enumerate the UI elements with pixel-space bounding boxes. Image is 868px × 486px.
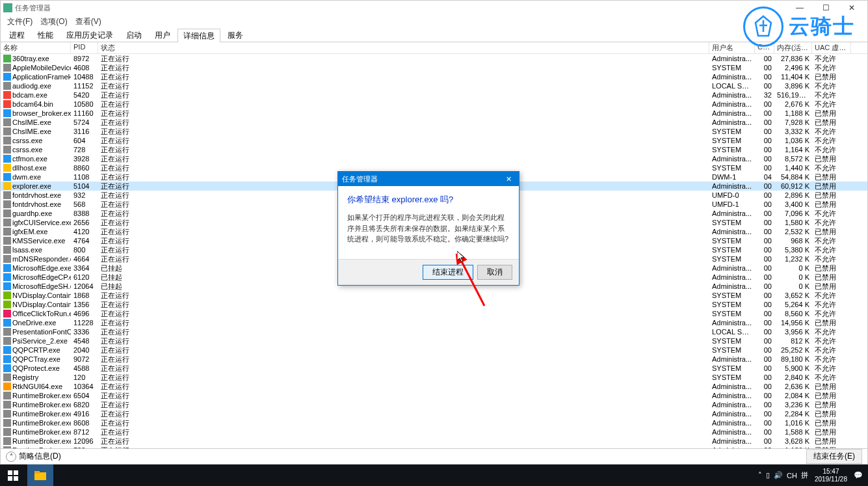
table-row[interactable]: QQProtect.exe4588正在运行SYSTEM005,900 K不允许 (1, 364, 867, 373)
dialog-confirm-button[interactable]: 结束进程 (423, 265, 473, 280)
end-task-button[interactable]: 结束任务(E) (806, 449, 862, 464)
table-row[interactable]: browser_broker.exe11160正在运行Administra...… (1, 109, 867, 118)
chevron-up-icon: ˄ (6, 452, 16, 462)
table-row[interactable]: Registry120正在运行SYSTEM002,840 K不允许 (1, 373, 867, 382)
table-row[interactable]: ChsIME.exe3116正在运行SYSTEM003,332 K不允许 (1, 127, 867, 136)
svg-rect-4 (14, 476, 18, 481)
table-row[interactable]: RtkNGUI64.exe10364正在运行Administra...002,6… (1, 382, 867, 391)
menu-file[interactable]: 文件(F) (3, 15, 36, 28)
tab-1[interactable]: 性能 (32, 28, 59, 42)
table-row[interactable]: RuntimeBroker.exe12096正在运行Administra...0… (1, 437, 867, 446)
tab-2[interactable]: 应用历史记录 (60, 28, 119, 42)
table-row[interactable]: PsiService_2.exe4548正在运行SYSTEM00812 K不允许 (1, 336, 867, 345)
window-title: 任务管理器 (15, 3, 51, 13)
tab-6[interactable]: 服务 (222, 28, 249, 42)
table-row[interactable]: OneDrive.exe11228正在运行Administra...0014,9… (1, 318, 867, 327)
table-header: 名称 PID 状态 用户名 CPU 内存(活动的)... UAC 虚拟化 (1, 42, 867, 54)
statusbar: ˄ 简略信息(D) 结束任务(E) (1, 448, 867, 464)
system-tray: ˄ ▯ 🔊 CH 拼 15:47 2019/11/28 💬 (753, 468, 868, 483)
table-row[interactable]: csrss.exe604正在运行SYSTEM001,036 K不允许 (1, 136, 867, 145)
logo-icon (743, 7, 783, 47)
menu-view[interactable]: 查看(V) (72, 15, 105, 28)
table-row[interactable]: csrss.exe728正在运行SYSTEM001,164 K不允许 (1, 145, 867, 154)
table-row[interactable]: RuntimeBroker.exe6820正在运行Administra...00… (1, 400, 867, 409)
table-row[interactable]: PresentationFontCa...3336正在运行LOCAL SER..… (1, 327, 867, 336)
svg-rect-6 (34, 471, 40, 474)
table-row[interactable]: bdcam.exe5420正在运行Administra...32516,196 … (1, 90, 867, 100)
tray-chevron-icon[interactable]: ˄ (758, 471, 762, 479)
dialog-heading: 你希望结束 explorer.exe 吗? (347, 194, 510, 206)
table-row[interactable]: RuntimeBroker.exe8608正在运行Administra...00… (1, 418, 867, 427)
table-row[interactable]: bdcam64.bin10580正在运行Administra...002,676… (1, 100, 867, 109)
menu-options[interactable]: 选项(O) (36, 15, 71, 28)
tray-notifications-icon[interactable]: 💬 (854, 471, 863, 479)
table-row[interactable]: NVDisplay.Containe...1868正在运行SYSTEM003,6… (1, 291, 867, 300)
table-row[interactable]: 360tray.exe8972正在运行Administra...0027,836… (1, 54, 867, 63)
table-row[interactable]: NVDisplay.Containe...1356正在运行SYSTEM005,2… (1, 300, 867, 309)
table-row[interactable]: AppleMobileDevice...4608正在运行SYSTEM002,49… (1, 63, 867, 72)
tray-network-icon[interactable]: ▯ (766, 471, 770, 479)
dialog-title: 任务管理器 (342, 174, 378, 184)
tab-0[interactable]: 进程 (3, 28, 31, 42)
table-row[interactable]: ChsIME.exe5724正在运行Administra...007,928 K… (1, 118, 867, 127)
table-row[interactable]: ApplicationFrameH...10488正在运行Administra.… (1, 72, 867, 81)
table-row[interactable]: RuntimeBroker.exe8712正在运行Administra...00… (1, 427, 867, 437)
table-row[interactable]: OfficeClickToRun.exe4696正在运行SYSTEM008,56… (1, 309, 867, 318)
svg-rect-1 (8, 470, 12, 475)
taskbar[interactable]: ˄ ▯ 🔊 CH 拼 15:47 2019/11/28 💬 (0, 465, 868, 486)
tab-3[interactable]: 启动 (120, 28, 148, 42)
table-row[interactable]: QQPCTray.exe9072正在运行Administra...0089,18… (1, 355, 867, 364)
watermark-logo: 云骑士 (743, 7, 855, 47)
table-row[interactable]: ctfmon.exe3928正在运行Administra...008,572 K… (1, 154, 867, 163)
table-row[interactable]: RuntimeBroker.exe6504正在运行Administra...00… (1, 391, 867, 400)
tray-ime[interactable]: CH (787, 472, 797, 479)
col-header-name[interactable]: 名称 (1, 42, 71, 53)
fewer-details-button[interactable]: ˄ 简略信息(D) (6, 451, 61, 462)
tray-ime2[interactable]: 拼 (801, 470, 808, 480)
table-row[interactable]: QQPCRTP.exe2040正在运行SYSTEM0025,252 K不允许 (1, 345, 867, 355)
menubar: 文件(F) 选项(O) 查看(V) (1, 15, 867, 28)
col-header-pid[interactable]: PID (71, 42, 98, 53)
tray-volume-icon[interactable]: 🔊 (774, 471, 783, 479)
table-row[interactable]: audiodg.exe11152正在运行LOCAL SER...003,896 … (1, 81, 867, 90)
dialog-titlebar[interactable]: 任务管理器 ✕ (338, 172, 519, 186)
tab-4[interactable]: 用户 (149, 28, 176, 42)
start-button[interactable] (0, 465, 26, 486)
svg-rect-2 (14, 470, 18, 475)
svg-rect-3 (8, 476, 12, 481)
taskbar-clock[interactable]: 15:47 2019/11/28 (815, 468, 847, 483)
titlebar[interactable]: 任务管理器 — ☐ ✕ (1, 1, 867, 15)
tab-bar: 进程性能应用历史记录启动用户详细信息服务 (1, 28, 867, 42)
table-row[interactable]: RuntimeBroker.exe732正在运行Administra...001… (1, 446, 867, 448)
col-header-status[interactable]: 状态 (98, 42, 709, 53)
dialog-body-text: 如果某个打开的程序与此进程关联，则会关闭此程序并且将丢失所有未保存的数据。如果结… (347, 212, 510, 245)
confirm-dialog: 任务管理器 ✕ 你希望结束 explorer.exe 吗? 如果某个打开的程序与… (337, 171, 519, 286)
app-icon (3, 3, 12, 12)
taskbar-app-explorer[interactable] (27, 465, 53, 486)
dialog-cancel-button[interactable]: 取消 (477, 265, 512, 280)
dialog-close-button[interactable]: ✕ (502, 175, 515, 183)
tab-5[interactable]: 详细信息 (178, 29, 220, 42)
table-row[interactable]: RuntimeBroker.exe4916正在运行Administra...00… (1, 409, 867, 418)
logo-text: 云骑士 (789, 12, 855, 41)
